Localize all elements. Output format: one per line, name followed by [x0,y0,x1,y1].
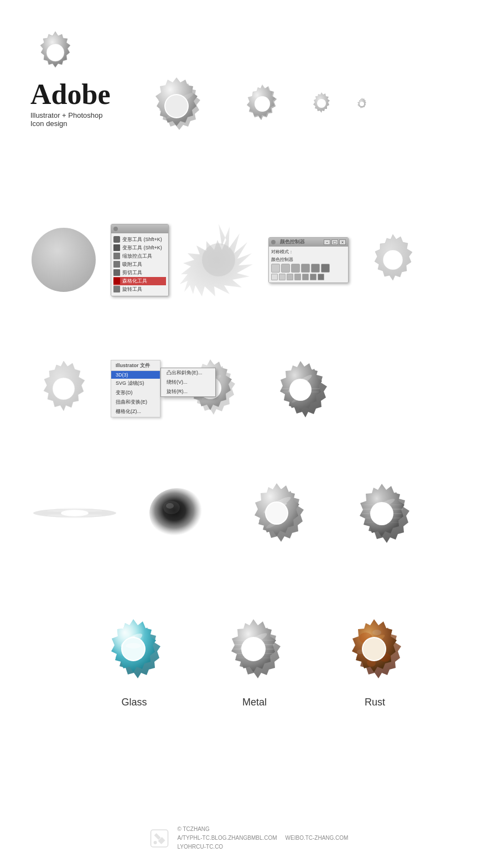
rust-gear-item: Rust [331,608,419,708]
header-gears-row [132,61,370,147]
svg-point-44 [370,502,393,525]
footer-url3-block: WEIBO.TC-ZHANG.COM [286,834,349,843]
s4-gear-polished [232,470,324,556]
footer-copyright: © TCZHANG [178,825,277,834]
svg-point-5 [165,95,188,117]
adobe-logo-area: Adobe Illustrator + Photoshop Icon desig… [30,28,110,128]
process-gear-flat [360,227,426,293]
svg-point-11 [202,243,235,276]
svg-point-56 [241,637,266,661]
footer-url1: A/TYPHL-TC.BLOG.ZHANGBMBL.COM [178,834,277,843]
section-5-final: Glass [83,608,426,708]
svg-point-1 [48,45,63,60]
svg-point-49 [126,643,141,649]
adobe-logo-gear [30,28,80,77]
metal-gear [212,608,298,691]
adobe-desc: Icon design [30,119,110,128]
final-gears-row: Glass [90,608,419,708]
adobe-title: Adobe [30,80,110,109]
svg-point-66 [154,841,157,844]
adobe-subtitle: Illustrator + Photoshop [30,111,110,119]
footer-text-block: © TCZHANG A/TYPHL-TC.BLOG.ZHANGBMBL.COM … [178,825,277,851]
s3-gear-flat [28,353,100,425]
process-circle [28,224,100,296]
svg-point-13 [53,378,75,400]
svg-point-37 [266,503,287,524]
header-gear-large [132,61,218,147]
header-gear-small [307,88,337,119]
footer: © TCZHANG A/TYPHL-TC.BLOG.ZHANGBMBL.COM … [150,825,349,851]
svg-point-27 [55,516,94,518]
color-panel-dialog: 颜色控制器 - □ × 对称模式： 颜色控制器 [268,237,349,283]
svg-point-9 [32,228,96,292]
svg-point-26 [55,508,94,509]
section-2-process: 变形工具 (Shft+K) 变形工具 (Shft+K) 缩放控点工具 吸附工具 … [28,221,481,299]
svg-point-64 [363,638,385,660]
svg-point-7 [317,99,326,108]
metal-gear-item: Metal [212,608,298,708]
glass-gear-item: Glass [90,608,179,708]
shadow-blob-effect [138,480,216,546]
svg-point-48 [122,638,144,660]
svg-point-30 [149,488,205,538]
footer-url3: WEIBO.TC-ZHANG.COM [286,834,349,843]
section-4-effects [28,470,481,556]
tools-panel-dialog: 变形工具 (Shft+K) 变形工具 (Shft+K) 缩放控点工具 吸附工具 … [111,224,169,296]
menu-screenshot: Illustrator 文件 3D(3) SVG 滤镜(S) 变形(D) 扭曲和… [111,360,160,417]
rust-label: Rust [365,697,385,708]
s4-gear-dark-textured [340,472,426,555]
process-star-shape [180,221,257,299]
svg-point-8 [360,102,364,106]
footer-url2: LYOHRCU-TC.CO [178,843,277,851]
svg-point-6 [255,96,270,112]
svg-point-12 [383,250,403,270]
svg-point-29 [66,511,83,515]
footer-logo-icon [150,829,169,848]
header-gear-medium [235,76,290,132]
glass-label: Glass [121,697,147,708]
motion-blur-effect [28,483,122,543]
rust-gear [331,608,419,691]
svg-point-32 [166,503,174,509]
header-gear-tiny [354,96,370,112]
section-3-3d: Illustrator 文件 3D(3) SVG 滤镜(S) 变形(D) 扭曲和… [28,348,481,428]
svg-point-61 [372,630,381,635]
header-section: Adobe Illustrator + Photoshop Icon desig… [30,28,370,147]
svg-point-21 [289,379,312,401]
s3-gear-3d-dark [263,348,343,428]
metal-label: Metal [242,697,267,708]
glass-gear [90,608,179,691]
